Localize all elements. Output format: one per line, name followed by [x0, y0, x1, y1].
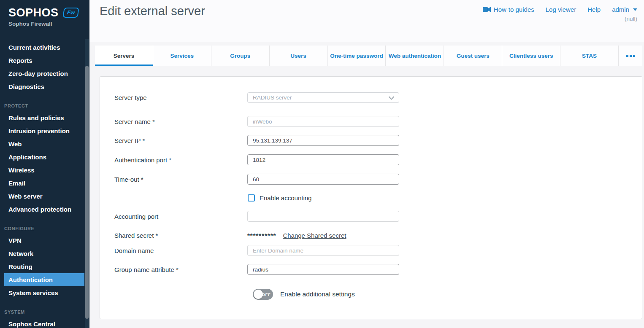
toggle-state-label: OFF [262, 292, 271, 297]
domain-name-input[interactable] [247, 245, 399, 256]
authentication-port-label: Authentication port * [114, 156, 247, 164]
server-name-input[interactable] [247, 116, 399, 127]
accounting-port-input[interactable] [247, 211, 399, 222]
sidebar-item-web-server[interactable]: Web server [4, 190, 84, 203]
domain-name-label: Domain name [114, 247, 247, 254]
sidebar-section-system: SYSTEM [0, 306, 89, 317]
enable-accounting-label: Enable accounting [260, 194, 311, 202]
tab-groups[interactable]: Groups [211, 46, 269, 66]
server-ip-input[interactable] [247, 135, 399, 146]
change-shared-secret-link[interactable]: Change Shared secret [283, 232, 346, 239]
sidebar-item-advanced-protection[interactable]: Advanced protection [4, 203, 84, 216]
accounting-port-label: Accounting port [114, 213, 247, 220]
sidebar-item-diagnostics[interactable]: Diagnostics [4, 80, 84, 93]
additional-settings-label: Enable additional settings [280, 290, 355, 298]
server-type-select[interactable]: RADIUS server [247, 92, 399, 103]
server-type-label: Server type [114, 94, 247, 101]
sidebar-item-current-activities[interactable]: Current activities [4, 41, 84, 54]
sidebar-item-zero-day-protection[interactable]: Zero-day protection [4, 67, 84, 80]
tab-one-time-password[interactable]: One-time password [327, 46, 386, 66]
tab-web-authentication[interactable]: Web authentication [385, 46, 444, 66]
sophos-logo: SOPHOS [8, 6, 59, 19]
sidebar-item-email[interactable]: Email [4, 177, 84, 190]
enable-accounting-checkbox[interactable] [248, 194, 255, 202]
sidebar-item-network[interactable]: Network [4, 247, 84, 260]
user-note: (null) [625, 16, 637, 22]
sidebar-item-system-services[interactable]: System services [4, 286, 84, 299]
shared-secret-masked-value: ********** [247, 232, 276, 239]
how-to-guides-link[interactable]: How-to guides [483, 6, 534, 13]
tab-users[interactable]: Users [269, 46, 327, 66]
tab-clientless-users[interactable]: Clientless users [502, 46, 560, 66]
header-links: How-to guides Log viewer Help admin [483, 6, 637, 13]
brand: SOPHOS Fw Sophos Firewall [0, 0, 89, 28]
timeout-label: Time-out * [114, 176, 247, 183]
sidebar-item-applications[interactable]: Applications [4, 151, 84, 164]
sidebar-scrollbar-track[interactable] [85, 39, 89, 328]
log-viewer-label: Log viewer [546, 6, 576, 13]
chevron-down-icon [389, 96, 394, 100]
user-menu-label: admin [612, 6, 629, 13]
group-name-attribute-label: Group name attribute * [114, 266, 247, 273]
tab-more-ellipsis[interactable] [618, 46, 642, 66]
log-viewer-link[interactable]: Log viewer [546, 6, 576, 13]
sidebar-item-reports[interactable]: Reports [4, 54, 84, 67]
server-ip-label: Server IP * [114, 137, 247, 144]
product-name: Sophos Firewall [8, 20, 89, 28]
firewall-badge-icon: Fw [62, 8, 79, 18]
help-label: Help [587, 6, 601, 13]
ellipsis-icon [626, 55, 635, 57]
tab-services[interactable]: Services [153, 46, 211, 66]
server-type-value: RADIUS server [253, 94, 292, 101]
group-name-attribute-input[interactable] [247, 264, 399, 275]
sidebar-nav: Current activitiesReportsZero-day protec… [0, 41, 89, 328]
tab-bar: ServersServicesGroupsUsersOne-time passw… [95, 46, 642, 66]
authentication-port-input[interactable] [247, 154, 399, 165]
edit-server-form-card: Server type RADIUS server Server name * … [100, 76, 642, 319]
user-menu[interactable]: admin [612, 6, 637, 13]
help-link[interactable]: Help [587, 6, 601, 13]
shared-secret-label: Shared secret * [114, 232, 247, 239]
tab-stas[interactable]: STAS [560, 46, 618, 66]
sidebar-item-intrusion-prevention[interactable]: Intrusion prevention [4, 124, 84, 137]
sidebar-item-vpn[interactable]: VPN [4, 234, 84, 247]
chevron-down-icon [633, 8, 637, 11]
timeout-input[interactable] [247, 174, 399, 185]
how-to-guides-label: How-to guides [494, 6, 534, 13]
sidebar-item-routing[interactable]: Routing [4, 260, 84, 273]
server-name-label: Server name * [114, 118, 247, 125]
sidebar-scrollbar-thumb[interactable] [85, 66, 89, 319]
sidebar-item-authentication[interactable]: Authentication [4, 273, 84, 286]
sidebar-item-wireless[interactable]: Wireless [4, 164, 84, 177]
sidebar-item-sophos-central[interactable]: Sophos Central [4, 317, 84, 328]
sidebar-item-web[interactable]: Web [4, 137, 84, 151]
video-camera-icon [483, 7, 491, 12]
additional-settings-toggle[interactable]: OFF [253, 289, 273, 300]
page-title: Edit external server [100, 4, 205, 18]
sidebar-section-protect: PROTECT [0, 100, 89, 111]
sidebar: SOPHOS Fw Sophos Firewall Current activi… [0, 0, 89, 328]
sidebar-item-rules-and-policies[interactable]: Rules and policies [4, 111, 84, 124]
tab-guest-users[interactable]: Guest users [444, 46, 502, 66]
sidebar-section-configure: CONFIGURE [0, 223, 89, 234]
page-header: Edit external server How-to guides Log v… [89, 0, 644, 42]
tab-servers[interactable]: Servers [95, 46, 153, 66]
